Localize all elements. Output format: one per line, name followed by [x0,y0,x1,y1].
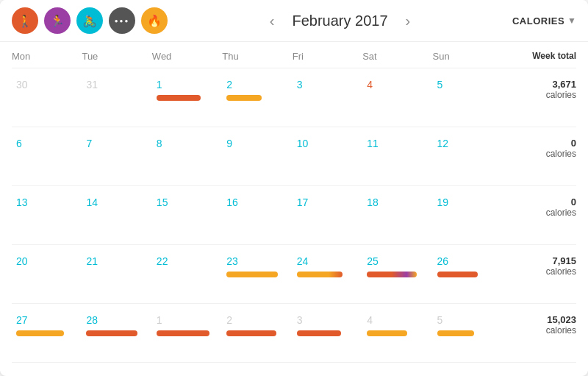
run-icon[interactable]: 🏃 [44,7,71,34]
day-number: 23 [226,255,287,267]
day-number: 22 [157,255,218,267]
header-tue: Tue [82,51,151,62]
header-sun: Sun [433,51,503,62]
day-cell-w1-d2[interactable]: 31 [82,76,151,119]
day-cell-w1-d7[interactable]: 5 [433,76,503,119]
header-week-total: Week total [503,51,576,62]
day-cell-w5-d7[interactable]: 5 [433,311,503,355]
week-row-5: 27281234515,023calories [12,304,576,363]
day-number: 2 [226,79,287,91]
bike-icon[interactable]: 🚴 [76,7,103,34]
month-title: February 2017 [292,13,387,29]
calorie-bar [297,330,341,336]
day-number: 9 [226,138,287,149]
calorie-bar [226,272,278,277]
day-cell-w1-d3[interactable]: 1 [152,76,222,119]
calorie-bar [226,95,262,101]
day-cell-w3-d3[interactable]: 15 [152,194,222,237]
calorie-bar [157,330,209,336]
bar-container [367,272,428,277]
day-number: 19 [437,196,498,208]
week-total-number: 7,915 [552,255,576,266]
day-cell-w1-d5[interactable]: 3 [293,76,362,119]
top-bar: 🚶 🏃 🚴 ●●● 🔥 ‹ February 2017 › CALORIES ▼ [0,0,588,42]
day-cell-w4-d4[interactable]: 23 [222,252,292,296]
day-cell-w3-d1[interactable]: 13 [12,194,82,237]
day-cell-w3-d7[interactable]: 19 [433,194,503,237]
day-cell-w3-d4[interactable]: 16 [222,194,292,237]
week-total-3: 0calories [503,194,576,237]
header-sat: Sat [362,51,432,62]
day-cell-w5-d6[interactable]: 4 [362,311,432,355]
day-cell-w3-d6[interactable]: 18 [362,194,432,237]
day-cell-w4-d1[interactable]: 20 [12,252,82,296]
activity-icons: 🚶 🏃 🚴 ●●● 🔥 [12,7,168,34]
calendar-container: 🚶 🏃 🚴 ●●● 🔥 ‹ February 2017 › CALORIES ▼… [0,0,588,376]
day-cell-w2-d2[interactable]: 7 [82,135,151,178]
week-total-number: 0 [571,196,576,207]
day-cell-w2-d3[interactable]: 8 [152,135,222,178]
day-number: 28 [86,314,147,326]
day-number: 2 [226,314,287,326]
day-number: 15 [157,196,218,208]
day-number: 5 [437,79,498,91]
week-total-number: 3,671 [552,79,576,90]
day-cell-w5-d2[interactable]: 28 [82,311,151,355]
day-cell-w5-d3[interactable]: 1 [152,311,222,355]
more-icon[interactable]: ●●● [109,7,135,34]
day-number: 31 [86,79,147,91]
day-number: 11 [367,138,428,149]
day-cell-w2-d4[interactable]: 9 [222,135,292,178]
bar-container [437,330,498,336]
day-number: 7 [86,138,147,149]
day-number: 1 [157,314,218,326]
day-number: 1 [157,79,218,91]
day-cell-w4-d6[interactable]: 25 [362,252,432,296]
week-total-label: calories [546,207,576,218]
day-cell-w4-d7[interactable]: 26 [433,252,503,296]
bar-container [226,95,287,101]
day-cell-w2-d7[interactable]: 12 [433,135,503,178]
header-fri: Fri [293,51,362,62]
week-total-4: 7,915calories [503,252,576,296]
day-cell-w2-d1[interactable]: 6 [12,135,82,178]
day-number: 6 [16,138,77,149]
calorie-bar [297,272,343,277]
day-cell-w5-d5[interactable]: 3 [293,311,362,355]
day-cell-w1-d6[interactable]: 4 [362,76,432,119]
day-cell-w2-d5[interactable]: 10 [293,135,362,178]
day-number: 13 [16,196,77,208]
calories-label: CALORIES [512,15,564,26]
week-row-4: 202122232425267,915calories [12,245,576,304]
day-cell-w3-d2[interactable]: 14 [82,194,151,237]
week-total-number: 15,023 [547,314,576,325]
calorie-bar [437,272,478,277]
day-cell-w4-d3[interactable]: 22 [152,252,222,296]
day-headers-row: Mon Tue Wed Thu Fri Sat Sun Week total [12,42,576,68]
header-mon: Mon [12,51,82,62]
week-total-label: calories [546,90,576,100]
walk-icon[interactable]: 🚶 [12,7,38,34]
calories-dropdown-button[interactable]: ▼ [567,15,576,26]
day-number: 12 [437,138,498,149]
calorie-bar [86,330,137,336]
day-cell-w1-d4[interactable]: 2 [222,76,292,119]
bar-container [437,272,498,277]
day-number: 8 [157,138,218,149]
prev-month-button[interactable]: ‹ [264,10,281,32]
day-cell-w5-d4[interactable]: 2 [222,311,292,355]
fire-icon[interactable]: 🔥 [141,7,168,34]
day-number: 5 [437,314,498,326]
day-cell-w4-d2[interactable]: 21 [82,252,151,296]
calorie-bar [157,95,201,101]
day-cell-w5-d1[interactable]: 27 [12,311,82,355]
day-number: 3 [297,79,358,91]
day-cell-w1-d1[interactable]: 30 [12,76,82,119]
bar-container [226,330,287,336]
day-cell-w3-d5[interactable]: 17 [293,194,362,237]
bar-container [297,330,358,336]
calorie-bar [16,330,64,336]
day-cell-w4-d5[interactable]: 24 [293,252,362,296]
next-month-button[interactable]: › [400,10,417,32]
day-cell-w2-d6[interactable]: 11 [362,135,432,178]
